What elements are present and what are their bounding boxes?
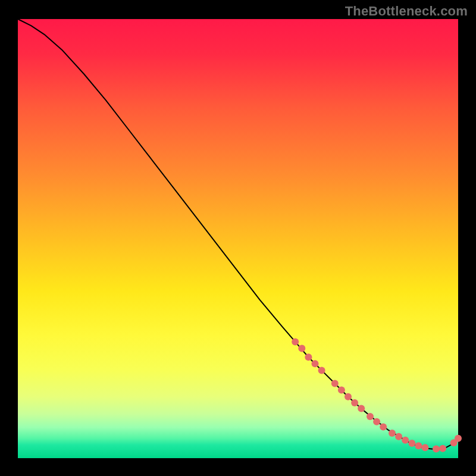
highlight-point — [395, 433, 402, 440]
highlight-point — [345, 393, 352, 400]
highlight-point — [415, 442, 422, 449]
highlight-point — [439, 445, 446, 452]
highlight-point — [433, 446, 440, 453]
highlight-point — [312, 360, 319, 367]
highlight-point — [338, 387, 345, 394]
highlight-point — [358, 405, 365, 412]
highlight-point — [402, 437, 409, 444]
highlight-point — [298, 345, 305, 352]
watermark-label: TheBottleneck.com — [345, 4, 468, 19]
highlight-point — [318, 367, 325, 374]
highlight-point — [351, 399, 358, 406]
highlight-point — [305, 353, 312, 361]
highlight-point — [389, 430, 396, 437]
highlight-point — [422, 444, 429, 451]
highlight-point — [380, 424, 387, 431]
highlight-point — [373, 418, 380, 425]
highlight-point — [408, 440, 415, 447]
highlight-point — [292, 338, 299, 345]
bottleneck-chart — [0, 0, 476, 476]
highlight-point — [331, 380, 339, 387]
chart-container: TheBottleneck.com — [0, 0, 476, 476]
highlight-point — [455, 435, 462, 442]
plot-background — [18, 19, 458, 458]
highlight-point — [367, 413, 374, 420]
